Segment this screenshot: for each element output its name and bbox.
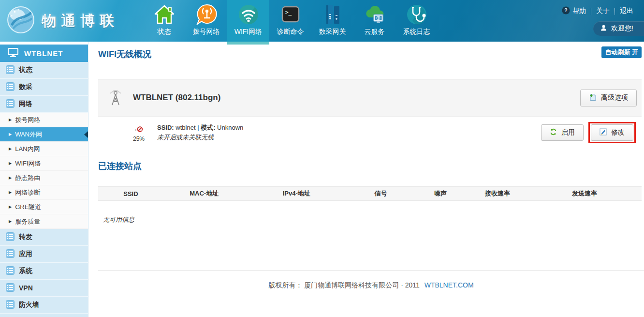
help-link[interactable]: ? 帮助 [557, 6, 591, 16]
caret-icon: ▶ [9, 190, 12, 195]
sidebar-item-label: 静态路由 [15, 174, 40, 182]
terminal-icon: >_ [279, 3, 302, 26]
ssid-label: SSID: [157, 124, 174, 131]
page-title: WIFI无线概况 [98, 48, 642, 59]
sidebar-item-vpn[interactable]: VPN [0, 280, 88, 297]
advanced-options-button[interactable]: 高级选项 [580, 90, 637, 106]
home-icon [153, 3, 176, 26]
sidebar-item-label: WAN外网 [15, 130, 42, 139]
ssid-line: SSID: wtblnet | 模式: Unknown [157, 123, 243, 133]
nav-item-cloud[interactable]: 云服务 [353, 0, 395, 42]
sidebar-item-qos[interactable]: ▶ 服务质量 [0, 214, 88, 229]
dialup-network-icon [195, 3, 218, 26]
sidebar-item-gre-tunnel[interactable]: ▶ GRE隧道 [0, 200, 88, 214]
caret-icon: ▶ [9, 176, 12, 180]
nav-item-dialup[interactable]: 拨号网络 [185, 0, 227, 42]
modify-label: 修改 [611, 128, 625, 137]
nav-label: 数采网关 [319, 28, 346, 36]
list-icon [6, 232, 15, 242]
nav-label: 状态 [158, 28, 171, 36]
sidebar-item-system[interactable]: 系统 [0, 263, 88, 280]
caret-icon: ▶ [9, 147, 12, 151]
wifi-status-text: 未开启或未关联无线 [157, 133, 243, 142]
brand-name: 物通博联 [42, 11, 119, 31]
nav-item-gateway[interactable]: 数采网关 [311, 0, 353, 42]
column-ssid: SSID [98, 190, 163, 197]
nav-label: WIFI网络 [234, 28, 263, 36]
auto-refresh-toggle[interactable]: 自动刷新 开 [601, 46, 642, 58]
stethoscope-icon [406, 3, 428, 26]
caret-icon: ▶ [9, 205, 12, 209]
nav-label: 系统日志 [403, 28, 430, 36]
wifi-network-header: WTBLNET (802.11bgn) 高级选项 [98, 79, 642, 116]
list-icon [6, 300, 15, 310]
modify-button[interactable]: 修改 [591, 124, 633, 141]
sidebar-item-label: GRE隧道 [15, 203, 41, 211]
sidebar-item-wifi-network[interactable]: ▶ WIFI网络 [0, 156, 88, 171]
sidebar-filler [0, 314, 88, 317]
sidebar: WTBLNET 状态 数采 网络 ▶ 拨号网络 ▶ WAN外网 ▶ LAN内网 … [0, 42, 88, 317]
enable-label: 启用 [561, 128, 575, 137]
mode-value: Unknown [217, 124, 243, 131]
list-icon [6, 99, 15, 109]
signal-indicator: 25% [130, 123, 147, 142]
footer-link[interactable]: WTBLNET.COM [424, 281, 474, 289]
logout-link[interactable]: 退出 [615, 7, 638, 15]
nav-label: 云服务 [365, 28, 385, 36]
caret-icon: ▶ [9, 219, 12, 224]
network-title: WTBLNET (802.11bgn) [133, 93, 220, 103]
cloud-service-icon [364, 3, 386, 26]
antenna-icon [108, 88, 123, 108]
sidebar-item-forwarding[interactable]: 转发 [0, 229, 88, 246]
sidebar-item-label: WIFI网络 [15, 159, 41, 168]
sidebar-item-label: 网络诊断 [15, 188, 40, 197]
enable-button[interactable]: 启用 [541, 124, 584, 141]
stations-table-header: SSID MAC-地址 IPv4-地址 信号 噪声 接收速率 发送速率 [98, 186, 642, 201]
logout-label: 退出 [620, 7, 633, 15]
nav-item-wifi[interactable]: WIFI网络 [227, 0, 269, 42]
nav-item-syslog[interactable]: 系统日志 [395, 0, 438, 42]
signal-percent: 25% [133, 136, 145, 142]
nav-item-status[interactable]: 状态 [143, 0, 185, 42]
sidebar-item-dialup-network[interactable]: ▶ 拨号网络 [0, 113, 88, 127]
column-rx-rate: 接收速率 [468, 189, 527, 198]
sidebar-item-wan[interactable]: ▶ WAN外网 [0, 127, 88, 142]
nav-item-diagnostics[interactable]: >_ 诊断命令 [269, 0, 311, 42]
sidebar-item-network[interactable]: 网络 [0, 96, 88, 113]
list-icon [6, 283, 15, 293]
sidebar-item-data-acquisition[interactable]: 数采 [0, 79, 88, 96]
sidebar-item-status[interactable]: 状态 [0, 62, 88, 79]
sidebar-item-label: 防火墙 [19, 301, 39, 309]
welcome-badge[interactable]: 欢迎您! [593, 21, 644, 36]
sidebar-item-firewall[interactable]: 防火墙 [0, 297, 88, 314]
caret-icon: ▶ [9, 118, 12, 122]
wifi-status-row: 25% SSID: wtblnet | 模式: Unknown 未开启或未关联无… [98, 116, 642, 149]
refresh-icon [550, 128, 557, 137]
sidebar-device-header[interactable]: WTBLNET [0, 45, 88, 62]
sidebar-item-label: 拨号网络 [15, 116, 40, 124]
footer: 版权所有： 厦门物通博联网络科技有限公司 · 2011 WTBLNET.COM [98, 270, 644, 290]
sidebar-item-lan[interactable]: ▶ LAN内网 [0, 142, 88, 156]
monitor-icon [8, 48, 18, 59]
sidebar-item-applications[interactable]: 应用 [0, 246, 88, 263]
empty-table-message: 无可用信息 [103, 215, 642, 224]
column-mac: MAC-地址 [163, 189, 245, 198]
main-content: WIFI无线概况 自动刷新 开 WTBLNET (802.11bgn) [88, 42, 644, 317]
column-noise: 噪声 [413, 189, 468, 198]
about-link[interactable]: 关于 [591, 7, 615, 15]
help-icon: ? [562, 6, 570, 16]
sidebar-item-network-diagnostics[interactable]: ▶ 网络诊断 [0, 185, 88, 200]
sidebar-item-static-routes[interactable]: ▶ 静态路由 [0, 171, 88, 185]
sidebar-item-label: 状态 [19, 66, 32, 75]
mode-label: 模式: [201, 124, 215, 131]
signal-disabled-icon [134, 123, 144, 135]
copyright-text: 版权所有： 厦门物通博联网络科技有限公司 · 2011 [268, 281, 419, 289]
column-tx-rate: 发送速率 [527, 189, 642, 198]
globe-logo-icon [7, 6, 35, 36]
list-icon [6, 249, 15, 259]
sidebar-item-label: LAN内网 [15, 145, 40, 153]
list-icon [6, 266, 15, 276]
sidebar-item-label: 数采 [19, 83, 32, 91]
server-gateway-icon [322, 3, 344, 26]
caret-icon: ▶ [9, 132, 12, 136]
